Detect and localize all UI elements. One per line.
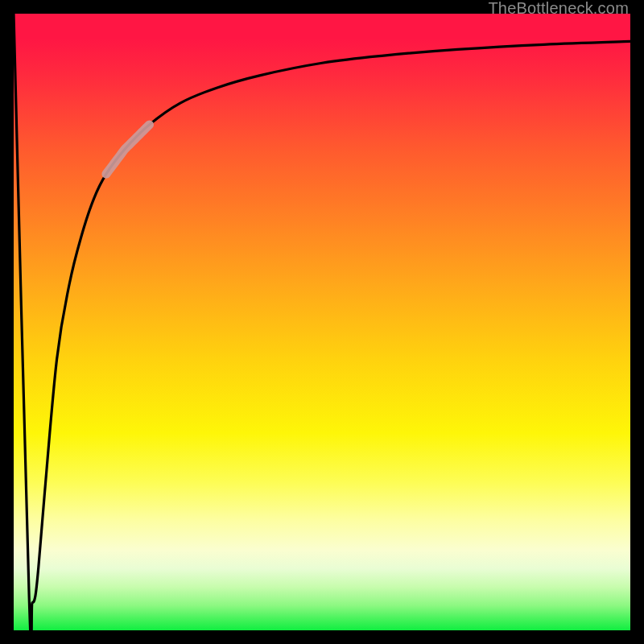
curve-svg	[14, 14, 630, 630]
plot-frame	[0, 0, 644, 644]
chart-root: { "watermark": "TheBottleneck.com", "col…	[0, 0, 644, 644]
watermark-text: TheBottleneck.com	[488, 0, 629, 16]
bottleneck-curve-path	[14, 14, 630, 630]
plot-area	[14, 14, 630, 630]
bottleneck-curve-highlight	[106, 125, 150, 174]
